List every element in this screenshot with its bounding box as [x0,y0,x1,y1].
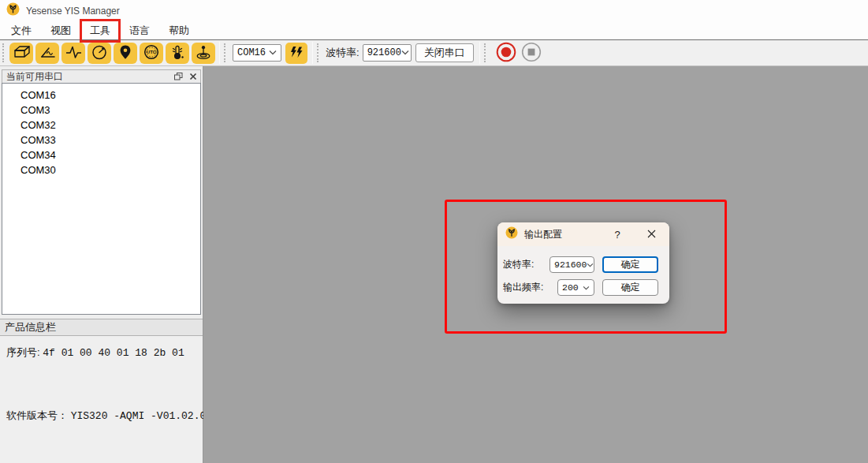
gauge-icon [91,44,108,62]
record-button[interactable] [496,42,516,65]
menu-view[interactable]: 视图 [43,21,79,40]
dialog-help-button[interactable]: ? [609,222,625,246]
menu-file[interactable]: 文件 [3,21,39,40]
output-config-dialog: 输出配置 ? 波特率: 921600 确定 输出频率: 200 确定 [497,222,669,304]
dialog-logo-icon [505,226,518,242]
toolbar: UTC COM16 波特率: 921600 关闭串口 [0,40,868,66]
workspace-area: 输出配置 ? 波特率: 921600 确定 输出频率: 200 确定 [203,66,868,463]
port-list-item[interactable]: COM33 [2,133,200,147]
svg-text:UTC: UTC [147,50,157,54]
port-list-item[interactable]: COM16 [2,88,200,103]
serial-number-line: 序列号: 4f 01 00 40 01 18 2b 01 [6,345,184,360]
angle-waveform-icon [39,44,56,62]
port-list-item[interactable]: COM3 [2,103,200,118]
info-panel-body: 序列号: 4f 01 00 40 01 18 2b 01 软件版本号： YIS3… [0,336,203,463]
toolbar-drag-handle[interactable] [224,43,228,62]
port-select-value: COM16 [237,47,266,58]
location-pin-icon [117,44,134,62]
window-title: Yesense YIS Manager [26,6,120,17]
waveform-icon [65,44,82,62]
close-panel-button[interactable] [189,71,197,83]
info-panel-title: 产品信息栏 [5,320,56,334]
chevron-down-icon [269,47,277,58]
menu-help[interactable]: 帮助 [161,21,197,40]
menu-language[interactable]: 语言 [121,21,158,40]
toolbar-drag-handle[interactable] [2,43,6,62]
close-serial-port-button[interactable]: 关闭串口 [415,43,474,62]
close-icon [647,229,656,241]
menu-bar: 文件 视图 工具 语言 帮助 [0,21,868,40]
utc-time-button[interactable]: UTC [140,43,163,64]
port-list-item[interactable]: COM34 [2,147,200,162]
app-body: 当前可用串口 COM16 COM3 COM32 COM33 COM34 COM3… [0,66,868,463]
port-list: COM16 COM3 COM32 COM33 COM34 COM30 [2,83,201,315]
cube-3d-icon [13,44,30,62]
attitude-plot-button[interactable] [35,43,59,64]
3d-view-button[interactable] [9,43,33,64]
info-panel-header: 产品信息栏 [0,319,203,336]
level-joystick-icon [195,44,212,62]
port-select[interactable]: COM16 [233,44,281,62]
toolbar-drag-handle[interactable] [484,43,488,62]
menu-tools[interactable]: 工具 [82,21,118,40]
baud-rate-select[interactable]: 921600 [363,44,412,62]
serial-number-label: 序列号: [6,346,40,358]
gauge-view-button[interactable] [88,43,111,64]
chevron-down-icon [587,260,594,270]
ports-panel-title: 当前可用串口 [6,70,168,84]
dialog-title-bar: 输出配置 ? [497,222,669,246]
lightning-refresh-icon [289,45,304,62]
toolbar-separator [312,42,313,64]
dialog-baud-label: 波特率: [503,256,534,272]
close-icon [189,71,197,83]
dialog-freq-value: 200 [562,282,579,293]
float-icon [174,71,183,83]
dialog-close-button[interactable] [642,222,661,246]
software-version-label: 软件版本号： [6,409,68,421]
serial-number-value: 4f 01 00 40 01 18 2b 01 [43,347,184,359]
level-view-button[interactable] [192,43,215,64]
record-icon [496,42,516,65]
toolbar-separator [219,42,220,64]
stop-button[interactable] [521,42,542,65]
chevron-down-icon [401,47,409,58]
dialog-freq-ok-button[interactable]: 确定 [602,279,658,296]
dialog-title: 输出配置 [524,228,562,241]
waveform-plot-button[interactable] [61,43,85,64]
title-bar: Yesense YIS Manager [0,0,868,21]
baud-rate-value: 921600 [367,47,401,58]
vibration-temp-button[interactable] [166,43,189,64]
toolbar-separator [479,42,480,64]
toolbar-drag-handle[interactable] [317,43,321,62]
dialog-baud-value: 921600 [554,260,587,270]
float-panel-button[interactable] [174,71,183,83]
dialog-baud-ok-button[interactable]: 确定 [602,256,658,273]
chevron-down-icon [583,282,590,293]
location-view-button[interactable] [114,43,137,64]
port-list-item[interactable]: COM30 [2,162,200,177]
left-dock: 当前可用串口 COM16 COM3 COM32 COM33 COM34 COM3… [0,66,203,463]
dialog-freq-label: 输出频率: [503,279,543,295]
software-version-value: YIS320 -AQMI -V01.02.03; [71,410,218,422]
baud-rate-label: 波特率: [326,46,359,60]
app-logo-icon [6,2,20,19]
stop-icon [521,42,542,65]
port-list-item[interactable]: COM32 [2,118,200,133]
dialog-baud-select[interactable]: 921600 [549,256,594,273]
software-version-line: 软件版本号： YIS320 -AQMI -V01.02.03; [6,409,218,423]
utc-clock-icon: UTC [143,44,160,62]
ports-panel-header: 当前可用串口 [2,69,201,84]
refresh-ports-button[interactable] [285,43,307,64]
app-window: Yesense YIS Manager 文件 视图 工具 语言 帮助 UTC [0,0,868,463]
dialog-freq-select[interactable]: 200 [557,279,594,296]
vibration-thermometer-icon [169,44,186,62]
